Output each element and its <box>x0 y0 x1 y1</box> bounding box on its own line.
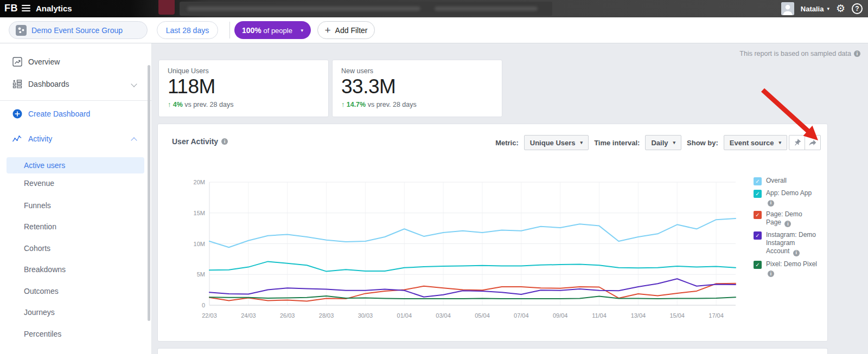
svg-text:03/04: 03/04 <box>436 312 451 319</box>
hamburger-menu-icon[interactable] <box>22 5 30 12</box>
legend-checkbox[interactable]: ✓ <box>754 211 762 219</box>
legend-label: Pixel: Demo Pixel i <box>766 260 819 278</box>
info-icon[interactable]: i <box>784 221 791 227</box>
legend-checkbox[interactable]: ✓ <box>754 190 762 198</box>
share-icon <box>808 138 817 147</box>
legend-item: ✓Page: Demo Page i <box>754 210 821 228</box>
sidebar-item-breakdowns[interactable]: Breakdowns <box>0 261 151 278</box>
metric-dropdown[interactable]: Unique Users▾ <box>524 135 589 150</box>
user-menu-caret-icon: ▾ <box>827 6 829 11</box>
caret-down-icon: ▾ <box>580 140 583 145</box>
user-avatar[interactable] <box>781 2 794 15</box>
sidebar-scrollbar[interactable] <box>148 65 150 321</box>
filter-toolbar: Demo Event Source Group Last 28 days 100… <box>0 17 868 43</box>
redacted-text-strip <box>180 2 552 16</box>
date-range-button[interactable]: Last 28 days <box>157 21 218 39</box>
chevron-up-icon <box>131 137 137 143</box>
event-source-group-label: Demo Event Source Group <box>31 26 123 35</box>
people-percentage-dropdown[interactable]: 100% of people ▾ <box>234 21 311 39</box>
interval-control-label: Time interval: <box>594 139 640 147</box>
svg-text:10M: 10M <box>194 241 205 247</box>
legend-label: Instagram: Demo Instagram Account i <box>766 231 819 256</box>
up-arrow-icon: ↑ <box>341 101 344 108</box>
sidebar-item-overview[interactable]: Overview <box>0 54 151 70</box>
legend-checkbox[interactable]: ✓ <box>754 177 762 185</box>
share-button[interactable] <box>805 135 821 150</box>
svg-text:17/04: 17/04 <box>709 312 724 319</box>
toolbar-divider <box>229 22 230 38</box>
svg-text:26/03: 26/03 <box>280 312 295 319</box>
sidebar-item-outcomes[interactable]: Outcomes <box>0 283 151 299</box>
svg-text:09/04: 09/04 <box>553 312 568 319</box>
info-icon[interactable]: i <box>768 200 774 207</box>
dashboards-icon <box>12 79 23 89</box>
info-icon[interactable]: i <box>221 138 228 145</box>
metric-label: New users <box>341 67 493 75</box>
user-menu[interactable]: Natalia <box>801 5 824 13</box>
sidebar-item-retention[interactable]: Retention <box>0 218 151 235</box>
sidebar-item-cohorts[interactable]: Cohorts <box>0 240 151 256</box>
redacted-badge <box>158 0 175 15</box>
svg-text:11/04: 11/04 <box>592 312 607 319</box>
svg-text:30/03: 30/03 <box>358 312 373 319</box>
info-icon[interactable]: i <box>768 271 774 277</box>
svg-text:05/04: 05/04 <box>475 312 490 319</box>
add-filter-button[interactable]: + Add Filter <box>317 21 375 39</box>
showby-control-label: Show by: <box>687 139 718 147</box>
sidebar-item-dashboards[interactable]: Dashboards <box>0 76 151 92</box>
chart-legend: ✓Overall✓App: Demo App i✓Page: Demo Page… <box>754 177 821 281</box>
metric-card-new-users: New users 33.3M ↑ 14.7% vs prev. 28 days <box>332 60 502 117</box>
show-by-dropdown[interactable]: Event source▾ <box>724 135 787 150</box>
metric-delta: ↑ 4% vs prev. 28 days <box>168 101 320 108</box>
metric-value: 33.3M <box>341 75 493 98</box>
sidebar-divider <box>0 100 152 101</box>
help-icon[interactable]: ? <box>852 3 863 14</box>
svg-text:13/04: 13/04 <box>631 312 646 319</box>
event-source-group-button[interactable]: Demo Event Source Group <box>9 21 148 39</box>
sampled-data-note: This report is based on sampled data i <box>739 50 860 57</box>
plus-circle-icon <box>12 108 23 119</box>
chart-title: User Activity i <box>172 137 228 146</box>
metric-control-label: Metric: <box>495 139 519 147</box>
svg-text:5M: 5M <box>197 271 205 278</box>
pin-button[interactable] <box>789 135 805 150</box>
sidebar-item-percentiles[interactable]: Percentiles <box>0 326 151 342</box>
svg-text:07/04: 07/04 <box>514 312 529 319</box>
next-card-partial <box>157 348 828 354</box>
legend-checkbox[interactable]: ✓ <box>754 261 762 269</box>
settings-gear-icon[interactable]: ⚙ <box>836 0 845 17</box>
legend-label: Overall <box>766 177 819 185</box>
svg-text:01/04: 01/04 <box>397 312 412 319</box>
top-bar: FB Analytics Natalia ▾ ⚙ ? <box>0 0 868 17</box>
legend-item: ✓Instagram: Demo Instagram Account i <box>754 231 821 256</box>
legend-checkbox[interactable]: ✓ <box>754 231 762 240</box>
info-icon[interactable]: i <box>793 250 800 256</box>
app-title: Analytics <box>36 4 72 13</box>
caret-down-icon: ▾ <box>673 140 676 145</box>
legend-item: ✓Overall <box>754 177 821 185</box>
metric-card-unique-users: Unique Users 118M ↑ 4% vs prev. 28 days <box>158 60 329 117</box>
info-icon[interactable]: i <box>854 50 860 57</box>
pin-icon <box>793 139 801 147</box>
legend-label: Page: Demo Page i <box>766 210 819 228</box>
up-arrow-icon: ↑ <box>168 101 171 108</box>
sidebar-item-create-dashboard[interactable]: Create Dashboard <box>0 106 151 122</box>
sidebar-item-revenue[interactable]: Revenue <box>0 175 151 191</box>
user-activity-chart: 22/0324/0326/0328/0330/0301/0403/0405/04… <box>185 176 741 319</box>
sidebar-item-funnels[interactable]: Funnels <box>0 197 151 214</box>
metric-delta: ↑ 14.7% vs prev. 28 days <box>341 101 493 108</box>
sidebar-item-journeys[interactable]: Journeys <box>0 304 151 320</box>
svg-text:15M: 15M <box>194 210 205 216</box>
activity-icon <box>12 133 23 144</box>
sidebar-item-active-users[interactable]: Active users <box>7 157 144 173</box>
svg-text:0: 0 <box>202 302 205 308</box>
svg-text:22/03: 22/03 <box>202 312 217 319</box>
legend-label: App: Demo App i <box>766 189 819 207</box>
facebook-logo[interactable]: FB <box>4 3 18 14</box>
legend-item: ✓App: Demo App i <box>754 189 821 207</box>
caret-down-icon: ▾ <box>301 28 303 33</box>
sidebar-item-activity[interactable]: Activity <box>0 131 151 147</box>
chevron-down-icon <box>131 81 137 87</box>
svg-text:28/03: 28/03 <box>319 312 334 319</box>
time-interval-dropdown[interactable]: Daily▾ <box>645 135 681 150</box>
